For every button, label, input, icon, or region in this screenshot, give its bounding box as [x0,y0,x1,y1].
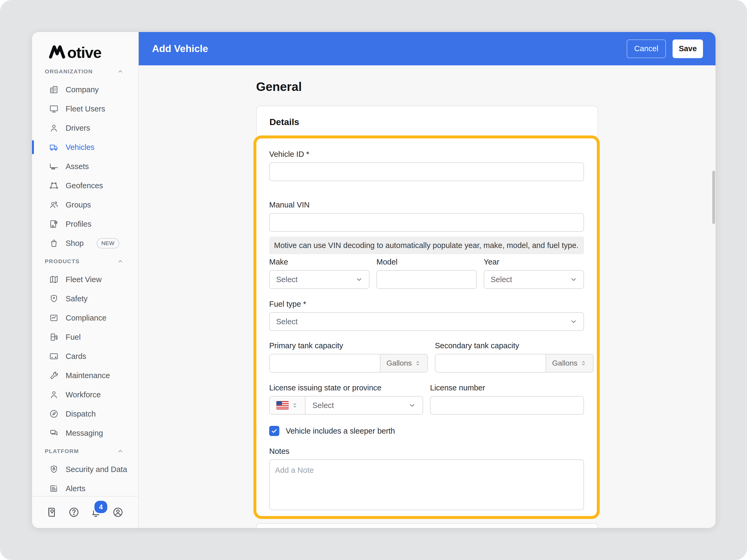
tank-capacity-row: Primary tank capacity Gallons [269,341,584,373]
alert-doc-icon [49,484,59,494]
primary-tank-input[interactable] [270,354,380,372]
sidebar-item-security-and-data[interactable]: Security and Data [32,460,138,479]
sidebar-item-label: Fleet Users [66,105,105,113]
sidebar-item-fleet-view[interactable]: Fleet View [32,270,138,289]
sidebar-item-dispatch[interactable]: Dispatch [32,404,138,424]
sidebar-item-geofences[interactable]: Geofences [32,176,138,195]
country-flag-select[interactable] [270,397,306,414]
secondary-tank-unit-select[interactable]: Gallons [546,354,593,372]
caret-updown-icon [414,360,421,367]
sidebar-item-company[interactable]: Company [32,80,138,99]
motive-logo[interactable]: otive [49,45,101,59]
guide-button[interactable] [46,506,58,518]
sidebar-item-label: Workforce [66,391,101,399]
primary-tank-label: Primary tank capacity [269,341,428,350]
manual-vin-label: Manual VIN [269,200,584,209]
vehicle-id-label: Vehicle ID * [269,150,584,159]
caret-updown-icon [291,402,298,409]
primary-tank-unit-value: Gallons [387,359,412,368]
sidebar-item-cards[interactable]: Cards [32,347,138,366]
license-state-select-value: Select [312,401,334,410]
desktop-background: otive ORGANIZATIONCompanyFleet UsersDriv… [0,0,747,560]
license-number-label: License number [430,383,584,392]
map-icon [49,275,59,284]
sidebar-item-fuel[interactable]: Fuel [32,327,138,347]
notes-label: Notes [269,447,584,456]
save-button[interactable]: Save [673,39,703,58]
sidebar-item-safety[interactable]: Safety [32,289,138,308]
sidebar-section-organization[interactable]: ORGANIZATION [32,63,138,80]
model-label: Model [377,257,477,266]
monitor-icon [49,104,59,114]
sidebar-footer: 4 [32,496,138,528]
sidebar-section-products[interactable]: PRODUCTS [32,253,138,270]
sidebar-item-drivers[interactable]: Drivers [32,118,138,138]
fuel-pump-icon [49,332,59,342]
sidebar-item-alerts[interactable]: Alerts [32,479,138,496]
chevron-down-icon [570,275,577,284]
card-title: Details [257,106,598,127]
primary-tank-unit-select[interactable]: Gallons [380,354,428,372]
license-number-input[interactable] [430,396,584,415]
bell-button[interactable]: 4 [90,506,102,518]
sidebar-item-compliance[interactable]: Compliance [32,308,138,327]
chart-doc-icon [49,313,59,323]
help-icon [68,506,80,518]
truck-icon [49,142,59,152]
logo-wordmark: otive [67,46,101,59]
sidebar-item-label: Company [66,85,99,94]
sidebar-item-shop[interactable]: ShopNEW [32,234,138,253]
license-row: License issuing state or province [269,383,584,415]
sidebar-item-label: Fleet View [66,275,102,284]
app-window: otive ORGANIZATIONCompanyFleet UsersDriv… [32,32,716,528]
sidebar-item-messaging[interactable]: Messaging [32,424,138,443]
sidebar-section-platform[interactable]: PLATFORM [32,443,138,460]
sidebar-item-label: Dispatch [66,409,96,419]
chevron-down-icon [408,401,416,409]
building-icon [49,85,59,95]
sidebar: otive ORGANIZATIONCompanyFleet UsersDriv… [32,32,139,528]
sidebar-item-maintenance[interactable]: Maintenance [32,366,138,385]
sidebar-section-title: ORGANIZATION [45,68,93,75]
sidebar-item-assets[interactable]: Assets [32,157,138,176]
sidebar-item-profiles[interactable]: Profiles [32,214,138,234]
check-icon [271,427,278,434]
model-input[interactable] [377,270,477,289]
vehicle-id-field: Vehicle ID * [269,150,584,181]
make-select[interactable]: Select [269,270,369,289]
secondary-tank-input[interactable] [435,354,546,372]
fuel-type-label: Fuel type * [269,299,584,309]
make-model-year-row: Make Select Model Ye [269,257,584,289]
help-button[interactable] [68,506,80,518]
year-field: Year Select [484,257,584,289]
sidebar-item-groups[interactable]: Groups [32,195,138,214]
notes-field: Notes [269,447,584,510]
sidebar-item-fleet-users[interactable]: Fleet Users [32,99,138,118]
cancel-button[interactable]: Cancel [627,39,666,58]
manual-vin-field: Manual VIN Motive can use VIN decoding t… [269,200,584,254]
sleeper-berth-label: Vehicle includes a sleeper berth [286,427,395,435]
license-number-field: License number [430,383,584,415]
manual-vin-input[interactable] [269,213,584,232]
sleeper-berth-row: Vehicle includes a sleeper berth [269,426,584,436]
year-select[interactable]: Select [484,270,584,289]
notes-textarea[interactable] [269,459,584,510]
account-button[interactable] [112,506,124,518]
fuel-type-select[interactable]: Select [269,312,584,331]
chevron-up-icon [117,68,124,75]
vehicle-id-input[interactable] [269,162,584,181]
sidebar-item-label: Geofences [66,181,103,190]
sidebar-item-label: Alerts [66,484,85,493]
account-icon [112,506,124,518]
us-flag-icon [276,401,289,409]
chevron-down-icon [355,275,363,284]
credit-card-icon [49,351,59,361]
license-state-select[interactable]: Select [306,397,422,414]
page-title: General [256,79,598,94]
sleeper-berth-checkbox[interactable] [269,426,279,436]
sidebar-item-workforce[interactable]: Workforce [32,385,138,404]
scrollbar-thumb[interactable] [712,171,715,224]
notification-count-badge: 4 [93,500,109,514]
chevron-down-icon [570,318,577,326]
sidebar-item-vehicles[interactable]: Vehicles [32,138,138,157]
